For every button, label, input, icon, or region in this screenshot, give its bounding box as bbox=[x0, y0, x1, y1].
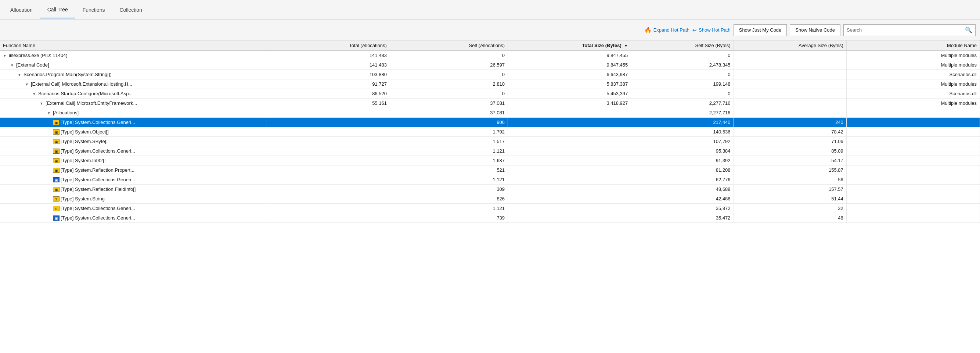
toolbar: 🔥 Expand Hot Path ↩ Show Hot Path Show J… bbox=[0, 20, 980, 40]
table-row[interactable]: Scenarios.Startup.Configure(Microsoft.As… bbox=[0, 89, 980, 99]
cell-module bbox=[846, 146, 980, 156]
cell-module bbox=[846, 213, 980, 223]
cell-total-alloc: 55,161 bbox=[267, 99, 390, 108]
cell-name-text: [External Call] Microsoft.EntityFramewor… bbox=[46, 101, 137, 106]
col-header-module[interactable]: Module Name bbox=[846, 40, 980, 51]
table-row[interactable]: iisexpress.exe (PID: 11404)141,48309,847… bbox=[0, 51, 980, 60]
show-just-my-code-button[interactable]: Show Just My Code bbox=[733, 24, 787, 36]
table-row[interactable]: [External Code]141,48326,5979,847,4552,4… bbox=[0, 60, 980, 70]
col-header-avg-size[interactable]: Average Size (Bytes) bbox=[733, 40, 846, 51]
table-row[interactable]: ▣[Type] System.Int32[]1,68791,39254.17 bbox=[0, 156, 980, 166]
expand-arrow[interactable] bbox=[10, 63, 15, 67]
cell-avg-size: 51.44 bbox=[733, 194, 846, 204]
cell-self-size: 0 bbox=[631, 70, 733, 80]
cell-name-text: [Type] System.String bbox=[60, 196, 105, 201]
cell-avg-size bbox=[733, 60, 846, 70]
cell-name-text: [Type] System.Collections.Generi... bbox=[60, 148, 135, 154]
expand-arrow[interactable] bbox=[40, 102, 44, 105]
cell-self-size: 0 bbox=[631, 89, 733, 99]
cell-name: Scenarios.Startup.Configure(Microsoft.As… bbox=[0, 89, 267, 99]
expand-arrow[interactable] bbox=[32, 92, 37, 96]
expand-hot-path-link[interactable]: 🔥 Expand Hot Path bbox=[644, 27, 689, 34]
cell-module bbox=[846, 118, 980, 127]
col-header-total-size[interactable]: Total Size (Bytes) ▼ bbox=[508, 40, 631, 51]
search-icon[interactable]: 🔍 bbox=[965, 27, 972, 34]
cell-self-alloc: 521 bbox=[390, 166, 508, 175]
cell-total-size bbox=[508, 156, 631, 166]
cell-total-size: 3,418,927 bbox=[508, 99, 631, 108]
cell-self-size: 48,688 bbox=[631, 185, 733, 194]
col-header-self-size[interactable]: Self Size (Bytes) bbox=[631, 40, 733, 51]
cell-name: ▣[Type] System.Int32[] bbox=[0, 156, 267, 166]
cell-name-text: [Type] System.Object[] bbox=[60, 129, 109, 134]
cell-self-alloc: 1,121 bbox=[390, 146, 508, 156]
show-hot-path-link[interactable]: ↩ Show Hot Path bbox=[692, 27, 730, 33]
table-row[interactable]: S[Type] System.Collections.Generi...1,12… bbox=[0, 204, 980, 213]
cell-total-size bbox=[508, 185, 631, 194]
cell-self-size: 2,277,716 bbox=[631, 108, 733, 118]
tab-functions[interactable]: Functions bbox=[75, 2, 112, 18]
cell-name-text: [External Code] bbox=[16, 62, 49, 68]
tab-collection[interactable]: Collection bbox=[112, 2, 149, 18]
cell-total-alloc bbox=[267, 175, 390, 185]
table-row[interactable]: ▣[Type] System.SByte[]1,517107,79271.06 bbox=[0, 137, 980, 146]
cell-name-text: [Type] System.Collections.Generi... bbox=[60, 177, 135, 182]
col-header-name[interactable]: Function Name bbox=[0, 40, 267, 51]
table-row[interactable]: ▣[Type] System.Collections.Generi...1,12… bbox=[0, 146, 980, 156]
table-row[interactable]: ▣[Type] System.Reflection.Propert...5218… bbox=[0, 166, 980, 175]
table-row[interactable]: ▣[Type] System.Collections.Generi...9062… bbox=[0, 118, 980, 127]
cell-total-size: 9,847,455 bbox=[508, 60, 631, 70]
cell-total-alloc bbox=[267, 108, 390, 118]
table-row[interactable]: [External Call] Microsoft.EntityFramewor… bbox=[0, 99, 980, 108]
table-row[interactable]: ▣[Type] System.Reflection.FieldInfo[]309… bbox=[0, 185, 980, 194]
cell-self-size: 62,776 bbox=[631, 175, 733, 185]
cell-avg-size: 85.09 bbox=[733, 146, 846, 156]
cell-total-size bbox=[508, 175, 631, 185]
cell-self-size: 42,486 bbox=[631, 194, 733, 204]
table-row[interactable]: ▣[Type] System.Object[]1,792140,53678.42 bbox=[0, 127, 980, 137]
cell-name: ▣[Type] System.Reflection.Propert... bbox=[0, 166, 267, 175]
show-native-code-button[interactable]: Show Native Code bbox=[790, 24, 840, 36]
search-input[interactable] bbox=[847, 27, 964, 33]
expand-hot-path-label: Expand Hot Path bbox=[654, 27, 689, 33]
col-header-total-alloc[interactable]: Total (Allocations) bbox=[267, 40, 390, 51]
col-total-size-label: Total Size (Bytes) bbox=[582, 43, 621, 48]
table-row[interactable]: Scenarios.Program.Main(System.String[])1… bbox=[0, 70, 980, 80]
cell-name: [External Call] Microsoft.EntityFramewor… bbox=[0, 99, 267, 108]
cell-avg-size: 54.17 bbox=[733, 156, 846, 166]
table-row[interactable]: S[Type] System.String82642,48651.44 bbox=[0, 194, 980, 204]
cell-self-size: 35,872 bbox=[631, 204, 733, 213]
cell-module bbox=[846, 127, 980, 137]
tab-bar: Allocation Call Tree Functions Collectio… bbox=[0, 0, 980, 20]
cell-module bbox=[846, 194, 980, 204]
expand-arrow[interactable] bbox=[47, 111, 51, 115]
cell-name-text: [External Call] Microsoft.Extensions.Hos… bbox=[31, 81, 132, 87]
table-row[interactable]: [External Call] Microsoft.Extensions.Hos… bbox=[0, 80, 980, 89]
tab-allocation[interactable]: Allocation bbox=[3, 2, 40, 18]
cell-avg-size: 78.42 bbox=[733, 127, 846, 137]
cell-avg-size bbox=[733, 70, 846, 80]
table-row[interactable]: ▣[Type] System.Collections.Generi...1,12… bbox=[0, 175, 980, 185]
cell-self-alloc: 826 bbox=[390, 194, 508, 204]
expand-arrow[interactable] bbox=[25, 82, 29, 86]
cell-total-alloc bbox=[267, 118, 390, 127]
cell-module bbox=[846, 175, 980, 185]
table-row[interactable]: ▣[Type] System.Collections.Generi...7393… bbox=[0, 213, 980, 223]
cell-module: Multiple modules bbox=[846, 60, 980, 70]
table-row[interactable]: [Allocations]37,0812,277,716 bbox=[0, 108, 980, 118]
cell-avg-size: 71.06 bbox=[733, 137, 846, 146]
table-container: Function Name Total (Allocations) Self (… bbox=[0, 40, 980, 353]
cell-avg-size bbox=[733, 99, 846, 108]
tab-call-tree[interactable]: Call Tree bbox=[40, 2, 75, 18]
cell-self-size: 140,536 bbox=[631, 127, 733, 137]
cell-total-alloc bbox=[267, 146, 390, 156]
cell-total-alloc bbox=[267, 156, 390, 166]
cell-self-alloc: 0 bbox=[390, 89, 508, 99]
col-header-self-alloc[interactable]: Self (Allocations) bbox=[390, 40, 508, 51]
expand-arrow[interactable] bbox=[18, 73, 22, 77]
cell-name-text: [Type] System.Collections.Generi... bbox=[60, 206, 135, 211]
cell-self-size: 107,792 bbox=[631, 137, 733, 146]
toolbar-buttons-group: Show Just My Code Show Native Code bbox=[733, 24, 840, 36]
expand-arrow[interactable] bbox=[3, 54, 7, 58]
cell-avg-size bbox=[733, 80, 846, 89]
